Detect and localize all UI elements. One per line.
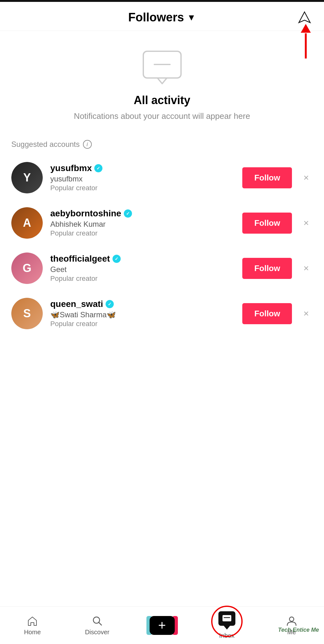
suggested-label: Suggested accounts i bbox=[0, 130, 324, 155]
nav-inbox[interactable]: Inbox bbox=[195, 611, 259, 639]
inbox-icon bbox=[218, 611, 235, 626]
dismiss-button[interactable]: × bbox=[299, 215, 313, 231]
account-username[interactable]: aebyborntoshine bbox=[50, 208, 235, 219]
avatar[interactable]: A bbox=[11, 207, 43, 239]
account-username[interactable]: queen_swati bbox=[50, 299, 235, 309]
account-row: G theofficialgeet Geet Popular creator F… bbox=[0, 246, 324, 291]
nav-discover[interactable]: Discover bbox=[65, 615, 129, 636]
dismiss-button[interactable]: × bbox=[299, 260, 313, 276]
verified-icon bbox=[113, 255, 121, 263]
account-realname: 🦋Swati Sharma🦋 bbox=[50, 310, 235, 319]
svg-line-5 bbox=[99, 622, 102, 625]
account-tag: Popular creator bbox=[50, 275, 235, 283]
follow-button[interactable]: Follow bbox=[242, 213, 292, 234]
empty-state: All activity Notifications about your ac… bbox=[0, 31, 324, 130]
account-realname: Geet bbox=[50, 265, 235, 274]
avatar[interactable]: Y bbox=[11, 162, 43, 193]
account-row: S queen_swati 🦋Swati Sharma🦋 Popular cre… bbox=[0, 291, 324, 336]
info-icon[interactable]: i bbox=[83, 140, 92, 149]
activity-subtitle: Notifications about your account will ap… bbox=[74, 111, 250, 121]
filter-icon[interactable] bbox=[298, 11, 311, 26]
chat-bubble-icon bbox=[142, 50, 183, 84]
dismiss-button[interactable]: × bbox=[299, 306, 313, 321]
follow-button[interactable]: Follow bbox=[242, 303, 292, 324]
account-realname: yusufbmx bbox=[50, 175, 235, 183]
account-realname: Abhishek Kumar bbox=[50, 220, 235, 229]
verified-icon bbox=[94, 164, 102, 172]
home-label: Home bbox=[24, 629, 41, 636]
bottom-nav: Home Discover + Inbox Me bbox=[0, 606, 324, 644]
svg-rect-6 bbox=[222, 615, 231, 621]
annotation-arrow bbox=[301, 24, 311, 58]
nav-home[interactable]: Home bbox=[0, 615, 65, 636]
follow-button[interactable]: Follow bbox=[242, 167, 292, 188]
account-info: aebyborntoshine Abhishek Kumar Popular c… bbox=[50, 208, 235, 237]
svg-marker-3 bbox=[157, 78, 167, 84]
verified-icon bbox=[124, 209, 132, 218]
dismiss-button[interactable]: × bbox=[299, 170, 313, 186]
discover-label: Discover bbox=[85, 629, 109, 636]
follow-button[interactable]: Follow bbox=[242, 258, 292, 279]
chevron-down-icon[interactable]: ▼ bbox=[187, 13, 196, 23]
account-tag: Popular creator bbox=[50, 184, 235, 192]
profile-icon bbox=[286, 615, 298, 627]
page-title[interactable]: Followers ▼ bbox=[128, 11, 196, 24]
account-username[interactable]: theofficialgeet bbox=[50, 254, 235, 264]
home-icon bbox=[26, 615, 38, 627]
avatar[interactable]: S bbox=[11, 298, 43, 329]
account-info: yusufbmx yusufbmx Popular creator bbox=[50, 163, 235, 192]
account-username[interactable]: yusufbmx bbox=[50, 163, 235, 173]
svg-marker-0 bbox=[299, 12, 310, 23]
svg-point-8 bbox=[289, 617, 294, 621]
search-icon bbox=[91, 615, 103, 627]
account-info: theofficialgeet Geet Popular creator bbox=[50, 254, 235, 283]
account-tag: Popular creator bbox=[50, 320, 235, 328]
activity-title: All activity bbox=[134, 94, 190, 107]
nav-create[interactable]: + bbox=[129, 616, 194, 635]
header: Followers ▼ bbox=[0, 2, 324, 31]
account-row: A aebyborntoshine Abhishek Kumar Popular… bbox=[0, 200, 324, 246]
create-button[interactable]: + bbox=[150, 616, 175, 635]
avatar[interactable]: G bbox=[11, 253, 43, 284]
watermark: Tech Entice Me bbox=[278, 627, 319, 633]
title-text: Followers bbox=[128, 11, 184, 24]
account-tag: Popular creator bbox=[50, 229, 235, 237]
account-info: queen_swati 🦋Swati Sharma🦋 Popular creat… bbox=[50, 299, 235, 328]
verified-icon bbox=[106, 300, 114, 308]
account-row: Y yusufbmx yusufbmx Popular creator Foll… bbox=[0, 155, 324, 200]
